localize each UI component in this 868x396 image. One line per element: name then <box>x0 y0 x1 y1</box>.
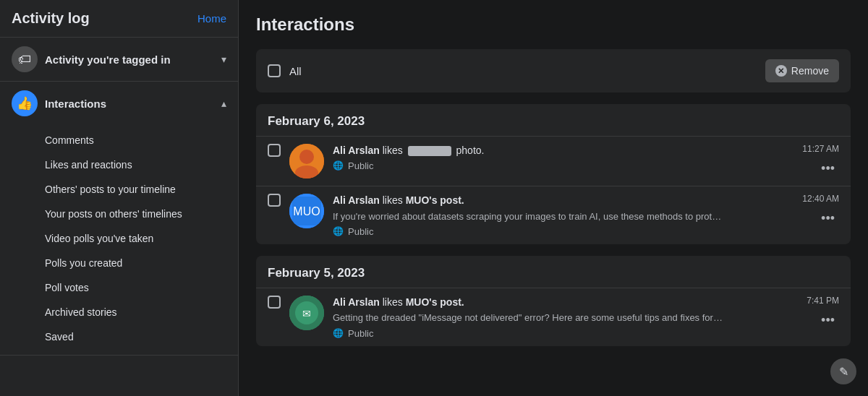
item3-more-button[interactable]: ••• <box>817 311 839 330</box>
all-row: All ✕ Remove <box>256 49 851 92</box>
item3-target: MUO's post. <box>406 296 464 308</box>
sidebar-item-comments[interactable]: Comments <box>0 128 238 152</box>
sidebar-item-others-posts[interactable]: Others' posts to your timeline <box>0 177 238 202</box>
svg-text:✉: ✉ <box>302 308 311 319</box>
sidebar-header: Activity log Home <box>0 0 238 38</box>
item1-action: likes <box>383 145 406 156</box>
item2-content: Ali Arslan likes MUO's post. If you're w… <box>333 194 758 237</box>
item3-content: Ali Arslan likes MUO's post. Getting the… <box>333 296 758 339</box>
svg-point-1 <box>299 150 314 164</box>
date-group-feb5: February 5, 2023 ✉ Ali Arslan likes MUO'… <box>256 256 851 346</box>
item2-main-text: Ali Arslan likes MUO's post. <box>333 194 758 208</box>
item3-avatar: ✉ <box>289 296 324 330</box>
thumbs-up-icon: 👍 <box>12 90 38 116</box>
edit-icon: ✎ <box>839 365 848 379</box>
activity-item: MUO Ali Arslan likes MUO's post. If you'… <box>256 186 851 244</box>
item1-more-button[interactable]: ••• <box>817 160 839 178</box>
interactions-section-label: Interactions <box>45 98 106 110</box>
item1-meta: 🌐 Public <box>333 160 758 171</box>
sidebar-section-tagged: 🏷 Activity you're tagged in ▾ <box>0 38 238 82</box>
main-content: Interactions All ✕ Remove February 6, 20… <box>239 0 868 396</box>
item2-checkbox[interactable] <box>268 194 281 207</box>
item3-sub-text: Getting the dreaded "iMessage not delive… <box>333 311 723 324</box>
sidebar-item-your-posts[interactable]: Your posts on others' timelines <box>0 202 238 226</box>
sidebar-item-polls-created[interactable]: Polls you created <box>0 251 238 275</box>
item3-checkbox[interactable] <box>268 296 281 309</box>
item1-checkbox[interactable] <box>268 144 281 157</box>
item1-public: Public <box>348 160 373 171</box>
item1-avatar <box>289 144 324 178</box>
item3-main-text: Ali Arslan likes MUO's post. <box>333 296 758 310</box>
tagged-section-label: Activity you're tagged in <box>45 53 171 66</box>
globe-icon-3: 🌐 <box>333 328 344 338</box>
interactions-section-header[interactable]: 👍 Interactions ▴ <box>0 82 238 125</box>
sidebar-item-likes[interactable]: Likes and reactions <box>0 152 238 177</box>
item1-suffix: photo. <box>456 145 485 156</box>
item1-user: Ali Arslan <box>333 145 380 156</box>
date-group-feb6: February 6, 2023 Ali Arslan likes photo. <box>256 104 851 244</box>
item2-more-button[interactable]: ••• <box>817 210 839 228</box>
remove-icon: ✕ <box>775 65 787 77</box>
date-label-feb5: February 5, 2023 <box>256 256 851 288</box>
item3-public: Public <box>348 328 373 339</box>
item3-user: Ali Arslan <box>333 296 380 308</box>
tag-icon: 🏷 <box>12 46 38 72</box>
item3-meta: 🌐 Public <box>333 328 758 339</box>
item2-time-actions: 12:40 AM ••• <box>767 194 839 228</box>
interactions-chevron: ▴ <box>221 98 226 109</box>
remove-label: Remove <box>791 65 829 77</box>
sidebar-item-poll-votes[interactable]: Poll votes <box>0 275 238 300</box>
remove-button[interactable]: ✕ Remove <box>765 59 839 82</box>
item2-sub-text: If you're worried about datasets scrapin… <box>333 210 723 223</box>
activity-item: ✉ Ali Arslan likes MUO's post. Getting t… <box>256 288 851 346</box>
item3-time-actions: 7:41 PM ••• <box>767 296 839 330</box>
item2-time: 12:40 AM <box>802 194 839 204</box>
tagged-section-header[interactable]: 🏷 Activity you're tagged in ▾ <box>0 38 238 81</box>
sidebar-item-saved[interactable]: Saved <box>0 324 238 349</box>
sidebar-title: Activity log <box>12 10 90 27</box>
tagged-chevron: ▾ <box>221 53 226 65</box>
item2-avatar: MUO <box>289 194 324 228</box>
activity-item: Ali Arslan likes photo. 🌐 Public 11:27 A… <box>256 136 851 186</box>
item2-target: MUO's post. <box>406 194 464 206</box>
item1-time-actions: 11:27 AM ••• <box>767 144 839 178</box>
item1-blurred <box>408 146 451 156</box>
globe-icon: 🌐 <box>333 160 344 171</box>
all-label: All <box>289 65 302 77</box>
sidebar-item-archived-stories[interactable]: Archived stories <box>0 300 238 324</box>
item1-main-text: Ali Arslan likes photo. <box>333 144 758 158</box>
item2-action: likes <box>383 194 406 206</box>
sidebar: Activity log Home 🏷 Activity you're tagg… <box>0 0 239 396</box>
item2-public: Public <box>348 226 373 237</box>
item1-time: 11:27 AM <box>802 144 839 154</box>
sidebar-item-video-polls[interactable]: Video polls you've taken <box>0 226 238 251</box>
item3-time: 7:41 PM <box>807 296 839 306</box>
sidebar-home-link[interactable]: Home <box>197 12 226 25</box>
item3-action: likes <box>383 296 406 308</box>
edit-icon-button[interactable]: ✎ <box>830 358 856 384</box>
item2-meta: 🌐 Public <box>333 226 758 237</box>
globe-icon-2: 🌐 <box>333 226 344 236</box>
all-checkbox[interactable] <box>268 64 281 77</box>
interactions-sub-items: Comments Likes and reactions Others' pos… <box>0 125 238 355</box>
sidebar-section-interactions: 👍 Interactions ▴ Comments Likes and reac… <box>0 82 238 356</box>
page-title: Interactions <box>256 14 851 35</box>
item1-content: Ali Arslan likes photo. 🌐 Public <box>333 144 758 171</box>
item2-user: Ali Arslan <box>333 194 380 206</box>
svg-text:MUO: MUO <box>293 205 320 218</box>
date-label-feb6: February 6, 2023 <box>256 104 851 136</box>
